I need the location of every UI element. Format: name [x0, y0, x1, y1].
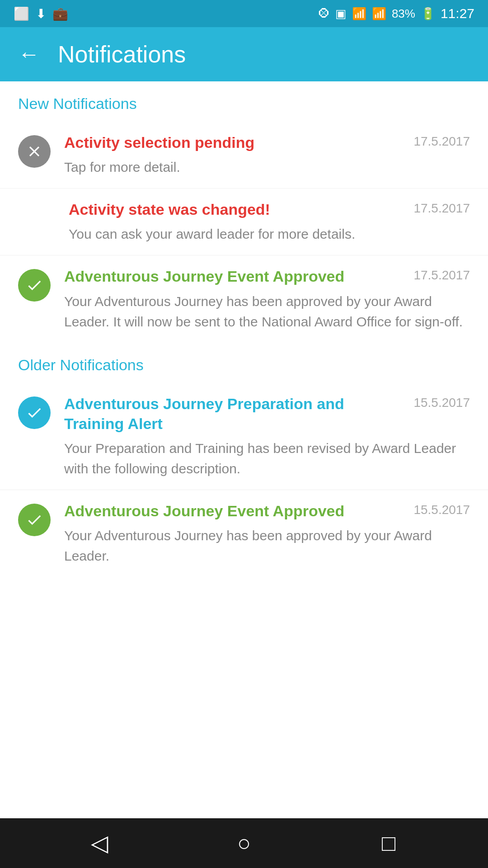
notification-item-journey-approved-old[interactable]: Adventurous Journey Event Approved15.5.2…	[0, 490, 488, 577]
section-header-older: Older Notifications	[0, 343, 488, 383]
app-bar: ← Notifications	[0, 27, 488, 81]
signal-icon: 📶	[372, 7, 386, 21]
notif-desc-journey-approved-new: Your Adventurous Journey has been approv…	[64, 291, 470, 332]
notifications-content: New NotificationsActivity selection pend…	[0, 81, 488, 818]
wifi-icon: 📶	[352, 7, 366, 21]
sim-icon: ▣	[335, 7, 347, 21]
notif-body-activity-state-changed: Activity state was changed!17.5.2017You …	[69, 199, 470, 244]
image-icon: ⬜	[14, 6, 29, 21]
notif-icon-journey-approved-new	[18, 269, 51, 302]
download-icon: ⬇	[36, 6, 46, 21]
notif-icon-journey-approved-old	[18, 504, 51, 536]
nav-home-button[interactable]: ○	[226, 825, 262, 861]
notification-item-journey-approved-new[interactable]: Adventurous Journey Event Approved17.5.2…	[0, 255, 488, 342]
notif-date-activity-state-changed: 17.5.2017	[413, 199, 470, 216]
notification-item-activity-state-changed[interactable]: Activity state was changed!17.5.2017You …	[0, 189, 488, 255]
battery-icon: 🔋	[421, 7, 435, 21]
nav-back-button[interactable]: ◁	[81, 825, 117, 861]
section-header-new: New Notifications	[0, 81, 488, 122]
back-button[interactable]: ←	[18, 43, 40, 65]
status-time: 11:27	[441, 6, 474, 21]
notif-body-journey-approved-old: Adventurous Journey Event Approved15.5.2…	[64, 501, 470, 566]
nav-recents-button[interactable]: □	[371, 825, 407, 861]
battery-percentage: 83%	[392, 7, 415, 21]
notif-title-activity-state-changed: Activity state was changed!	[69, 199, 404, 219]
notif-desc-journey-prep-alert: Your Preparation and Training has been r…	[64, 438, 470, 479]
notif-title-journey-approved-new: Adventurous Journey Event Approved	[64, 266, 404, 286]
notif-date-activity-pending: 17.5.2017	[413, 132, 470, 149]
notif-desc-journey-approved-old: Your Adventurous Journey has been approv…	[64, 525, 470, 566]
section-new: New NotificationsActivity selection pend…	[0, 81, 488, 343]
status-right-icons: ⭙ ▣ 📶 📶 83% 🔋 11:27	[318, 6, 474, 21]
notif-body-activity-pending: Activity selection pending17.5.2017Tap f…	[64, 132, 470, 177]
notif-title-journey-prep-alert: Adventurous Journey Preparation and Trai…	[64, 394, 404, 434]
notification-item-journey-prep-alert[interactable]: Adventurous Journey Preparation and Trai…	[0, 383, 488, 490]
notif-title-journey-approved-old: Adventurous Journey Event Approved	[64, 501, 404, 521]
section-older: Older NotificationsAdventurous Journey P…	[0, 343, 488, 577]
status-bar: ⬜ ⬇ 💼 ⭙ ▣ 📶 📶 83% 🔋 11:27	[0, 0, 488, 27]
notif-desc-activity-pending: Tap for more detail.	[64, 157, 470, 177]
status-left-icons: ⬜ ⬇ 💼	[14, 6, 68, 21]
notif-date-journey-approved-new: 17.5.2017	[413, 266, 470, 283]
notif-body-journey-approved-new: Adventurous Journey Event Approved17.5.2…	[64, 266, 470, 331]
bottom-navigation: ◁ ○ □	[0, 818, 488, 868]
notif-icon-journey-prep-alert	[18, 396, 51, 429]
notif-desc-activity-state-changed: You can ask your award leader for more d…	[69, 224, 470, 244]
notif-date-journey-prep-alert: 15.5.2017	[413, 394, 470, 410]
briefcase-icon: 💼	[52, 6, 68, 21]
notif-title-activity-pending: Activity selection pending	[64, 132, 404, 152]
notif-icon-activity-pending	[18, 135, 51, 168]
page-title: Notifications	[58, 41, 186, 68]
notification-item-activity-pending[interactable]: Activity selection pending17.5.2017Tap f…	[0, 122, 488, 189]
notif-date-journey-approved-old: 15.5.2017	[413, 501, 470, 517]
bluetooth-icon: ⭙	[318, 7, 330, 21]
notif-body-journey-prep-alert: Adventurous Journey Preparation and Trai…	[64, 394, 470, 479]
